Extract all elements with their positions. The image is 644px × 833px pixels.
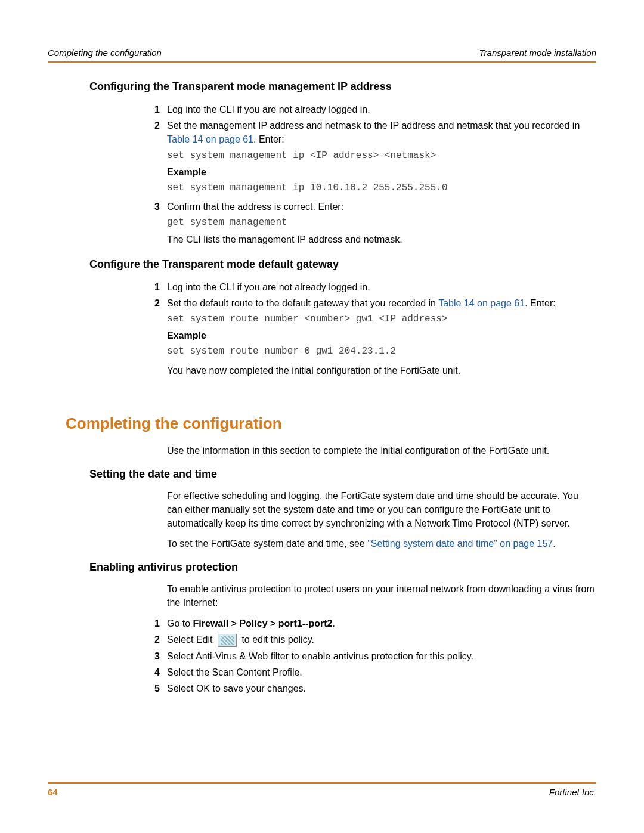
heading-config-mgmt-ip: Configuring the Transparent mode managem… bbox=[89, 80, 596, 93]
step-text: Set the management IP address and netmas… bbox=[167, 120, 580, 131]
step-item: Log into the CLI if you are not already … bbox=[143, 279, 596, 295]
edit-icon bbox=[218, 634, 237, 647]
body-paragraph: For effective scheduling and logging, th… bbox=[167, 489, 596, 531]
step-text: Select OK to save your changes. bbox=[167, 683, 306, 693]
step-item: Select Edit to edit this policy. bbox=[143, 631, 596, 648]
body-paragraph: To enable antivirus protection to protec… bbox=[167, 582, 596, 609]
step-text: Log into the CLI if you are not already … bbox=[167, 282, 370, 292]
header-left: Completing the configuration bbox=[48, 48, 162, 58]
paragraph-text: . bbox=[553, 538, 555, 549]
step-item: Log into the CLI if you are not already … bbox=[143, 101, 596, 117]
example-label: Example bbox=[167, 329, 596, 342]
document-page: Completing the configuration Transparent… bbox=[0, 0, 644, 833]
ui-path: Firewall > Policy > port1--port2 bbox=[193, 618, 333, 628]
cross-ref-link[interactable]: Table 14 on page 61 bbox=[167, 134, 253, 144]
step-text: . Enter: bbox=[525, 298, 556, 308]
heading-antivirus: Enabling antivirus protection bbox=[89, 561, 596, 574]
steps-config-mgmt-ip: Log into the CLI if you are not already … bbox=[143, 101, 596, 247]
step-text: Set the default route to the default gat… bbox=[167, 298, 438, 308]
intro-paragraph: Use the information in this section to c… bbox=[167, 444, 596, 457]
cli-command: get system management bbox=[167, 216, 596, 230]
step-item: Select OK to save your changes. bbox=[143, 680, 596, 696]
step-item: Select the Scan Content Profile. bbox=[143, 664, 596, 680]
step-text: The CLI lists the management IP address … bbox=[167, 234, 402, 244]
paragraph-text: To set the FortiGate system date and tim… bbox=[167, 538, 367, 549]
step-text: . bbox=[332, 618, 335, 628]
header-right: Transparent mode installation bbox=[479, 48, 597, 58]
step-text: Log into the CLI if you are not already … bbox=[167, 104, 370, 114]
heading-date-time: Setting the date and time bbox=[89, 468, 596, 481]
step-text: Confirm that the address is correct. Ent… bbox=[167, 202, 343, 212]
step-item: Confirm that the address is correct. Ent… bbox=[143, 199, 596, 247]
step-text: Select Anti-Virus & Web filter to enable… bbox=[167, 651, 473, 661]
step-text: Select Edit bbox=[167, 634, 215, 645]
step-text: You have now completed the initial confi… bbox=[167, 364, 596, 377]
body-paragraph: To set the FortiGate system date and tim… bbox=[167, 537, 596, 550]
step-text: Go to bbox=[167, 618, 193, 628]
step-item: Set the management IP address and netmas… bbox=[143, 117, 596, 199]
heading-completing-config: Completing the configuration bbox=[66, 414, 596, 433]
vendor-name: Fortinet Inc. bbox=[549, 787, 596, 797]
cli-command: set system route number <number> gw1 <IP… bbox=[167, 312, 596, 326]
steps-config-gateway: Log into the CLI if you are not already … bbox=[143, 279, 596, 379]
cli-command: set system route number 0 gw1 204.23.1.2 bbox=[167, 345, 596, 358]
step-item: Set the default route to the default gat… bbox=[143, 295, 596, 379]
running-header: Completing the configuration Transparent… bbox=[48, 48, 596, 63]
cli-command: set system management ip 10.10.10.2 255.… bbox=[167, 181, 596, 195]
running-footer: 64 Fortinet Inc. bbox=[48, 782, 596, 797]
step-text: Select the Scan Content Profile. bbox=[167, 667, 302, 677]
step-item: Select Anti-Virus & Web filter to enable… bbox=[143, 648, 596, 664]
step-item: Go to Firewall > Policy > port1--port2. bbox=[143, 615, 596, 631]
step-text: . Enter: bbox=[253, 134, 284, 144]
cli-command: set system management ip <IP address> <n… bbox=[167, 149, 596, 163]
heading-config-gateway: Configure the Transparent mode default g… bbox=[89, 258, 596, 271]
cross-ref-link[interactable]: Table 14 on page 61 bbox=[438, 298, 525, 308]
page-number: 64 bbox=[48, 787, 58, 797]
example-label: Example bbox=[167, 165, 596, 179]
cross-ref-link[interactable]: "Setting system date and time" on page 1… bbox=[367, 538, 553, 549]
steps-antivirus: Go to Firewall > Policy > port1--port2. … bbox=[143, 615, 596, 697]
step-text: to edit this policy. bbox=[239, 634, 314, 645]
